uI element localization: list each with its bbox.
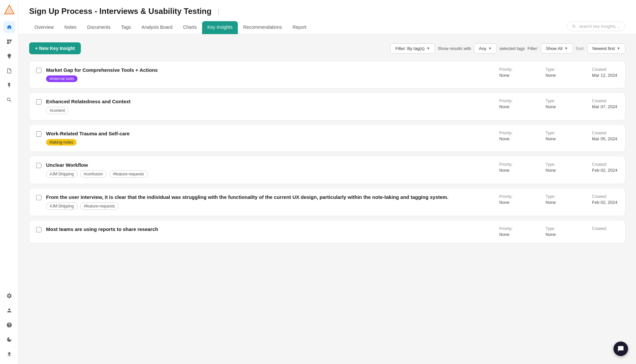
- row-checkbox-wrap[interactable]: [36, 163, 41, 169]
- type-value: None: [546, 104, 572, 109]
- row-checkbox-wrap[interactable]: [36, 131, 41, 138]
- type-col: Type: None: [546, 162, 572, 173]
- tag[interactable]: #internal tools: [46, 75, 78, 82]
- created-label: Created:: [592, 194, 618, 199]
- sidebar-item-settings[interactable]: [3, 290, 15, 302]
- sidebar-item-lightning[interactable]: [3, 79, 15, 91]
- row-checkbox[interactable]: [36, 131, 41, 137]
- tags-row: #content: [46, 107, 495, 114]
- tab-documents[interactable]: Documents: [82, 21, 116, 34]
- tab-key-insights[interactable]: Key Insights: [202, 21, 238, 34]
- tab-charts[interactable]: Charts: [178, 21, 202, 34]
- priority-col: Priority: None: [499, 226, 526, 237]
- sidebar-item-notes[interactable]: [3, 65, 15, 77]
- row-checkbox-wrap[interactable]: [36, 227, 41, 234]
- chat-widget[interactable]: [613, 341, 628, 356]
- row-checkbox[interactable]: [36, 163, 41, 168]
- type-col: Type: None: [546, 194, 572, 205]
- row-checkbox[interactable]: [36, 195, 41, 200]
- tag[interactable]: #taking-notes: [46, 139, 77, 146]
- table-row: Market Gap for Comprehensive Tools + Act…: [29, 61, 625, 88]
- tag[interactable]: #feature-requests: [80, 203, 119, 210]
- tab-overview[interactable]: Overview: [29, 21, 59, 34]
- nav-tabs: Overview Notes Documents Tags Analysis B…: [29, 21, 625, 34]
- tab-tags[interactable]: Tags: [116, 21, 136, 34]
- type-col: Type: None: [546, 99, 572, 109]
- row-checkbox-wrap[interactable]: [36, 195, 41, 202]
- row-checkbox-wrap[interactable]: [36, 99, 41, 106]
- new-insight-button[interactable]: + New Key Insight: [29, 42, 81, 54]
- tag[interactable]: #JM:Shipping: [46, 170, 78, 178]
- tags-row: #taking-notes: [46, 139, 495, 146]
- filter-by-tag-dropdown[interactable]: Filter: By tag(s) ▼: [390, 43, 435, 54]
- more-options-icon[interactable]: ⋮: [215, 7, 222, 15]
- insights-list: Market Gap for Comprehensive Tools + Act…: [29, 61, 625, 243]
- row-checkbox[interactable]: [36, 227, 41, 232]
- table-row: Enhanced Relatedness and Context #conten…: [29, 92, 625, 120]
- any-label: Any: [479, 46, 486, 51]
- filter-group: Filter: By tag(s) ▼ Show results with An…: [390, 43, 625, 54]
- sidebar-item-profile[interactable]: [3, 304, 15, 316]
- sidebar-item-projects[interactable]: [3, 36, 15, 48]
- insight-title[interactable]: Enhanced Relatedness and Context: [46, 99, 495, 104]
- sidebar-item-insights[interactable]: [3, 50, 15, 62]
- tab-notes[interactable]: Notes: [59, 21, 82, 34]
- priority-value: None: [499, 168, 526, 173]
- created-col: Created: Feb 02, 2024: [592, 194, 618, 205]
- row-checkbox-wrap[interactable]: [36, 68, 41, 74]
- insight-body: Enhanced Relatedness and Context #conten…: [46, 99, 495, 114]
- insight-title[interactable]: Work-Related Trauma and Self-care: [46, 131, 495, 136]
- priority-value: None: [499, 200, 526, 205]
- filter-colon-label: Filter:: [527, 46, 538, 51]
- sidebar-item-search[interactable]: [3, 94, 15, 106]
- tags-row: #JM:Shipping#feature-requests: [46, 203, 495, 210]
- table-row: Unclear Workflow #JM:Shipping#confusion#…: [29, 156, 625, 184]
- show-all-dropdown[interactable]: Show All ▼: [541, 43, 573, 54]
- priority-col: Priority: None: [499, 131, 526, 141]
- tab-recommendations[interactable]: Recommendations: [238, 21, 287, 34]
- type-value: None: [546, 136, 572, 141]
- row-checkbox[interactable]: [36, 68, 41, 73]
- type-label: Type:: [546, 226, 572, 231]
- search-bar[interactable]: search key insights ...: [567, 22, 625, 31]
- created-label: Created:: [592, 162, 618, 167]
- insight-title[interactable]: Most teams are using reports to share re…: [46, 226, 495, 232]
- insight-title[interactable]: From the user interview, it is clear tha…: [46, 194, 495, 200]
- tag[interactable]: #JM:Shipping: [46, 203, 78, 210]
- sort-arrow-icon: ▼: [617, 46, 620, 50]
- sort-dropdown[interactable]: Newest first ▼: [587, 43, 625, 54]
- type-value: None: [546, 73, 572, 78]
- sidebar-item-help[interactable]: [3, 319, 15, 331]
- header: Sign Up Process - Interviews & Usability…: [19, 0, 636, 34]
- tag[interactable]: #confusion: [80, 170, 107, 178]
- app-logo[interactable]: [3, 4, 15, 16]
- sidebar-item-export[interactable]: [3, 348, 15, 360]
- insight-title[interactable]: Market Gap for Comprehensive Tools + Act…: [46, 67, 495, 73]
- filter-tag-label: Filter: By tag(s): [395, 46, 424, 51]
- tab-report[interactable]: Report: [287, 21, 312, 34]
- priority-label: Priority:: [499, 67, 526, 72]
- sidebar-item-darkmode[interactable]: [3, 334, 15, 345]
- created-col: Created: Mar 05, 2024: [592, 131, 618, 141]
- insight-title[interactable]: Unclear Workflow: [46, 162, 495, 168]
- tags-row: #JM:Shipping#confusion#feature-requests: [46, 170, 495, 178]
- type-value: None: [546, 232, 572, 237]
- row-checkbox[interactable]: [36, 99, 41, 105]
- type-col: Type: None: [546, 67, 572, 78]
- insight-body: From the user interview, it is clear tha…: [46, 194, 495, 210]
- type-label: Type:: [546, 67, 572, 72]
- tag[interactable]: #feature-requests: [109, 170, 148, 178]
- filter-tag-arrow-icon: ▼: [427, 46, 430, 50]
- created-label: Created:: [592, 67, 618, 72]
- tab-analysis-board[interactable]: Analysis Board: [136, 21, 178, 34]
- type-value: None: [546, 200, 572, 205]
- sidebar: [0, 0, 19, 364]
- table-row: Most teams are using reports to share re…: [29, 220, 625, 243]
- tag[interactable]: #content: [46, 107, 69, 114]
- search-placeholder: search key insights ...: [579, 24, 620, 29]
- tags-row: #internal tools: [46, 75, 495, 82]
- any-dropdown[interactable]: Any ▼: [474, 43, 497, 54]
- type-col: Type: None: [546, 226, 572, 237]
- sidebar-item-home[interactable]: [3, 21, 15, 33]
- priority-label: Priority:: [499, 99, 526, 103]
